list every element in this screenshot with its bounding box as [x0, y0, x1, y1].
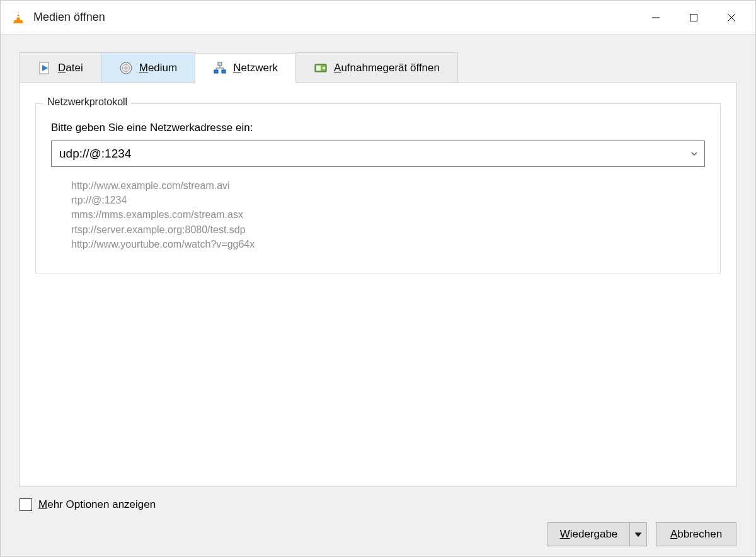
url-examples: http://www.example.com/stream.avi rtp://… [71, 178, 705, 251]
network-url-combobox[interactable] [51, 141, 705, 167]
tab-capture[interactable]: Aufnahmegerät öffnen [295, 52, 458, 83]
svg-rect-3 [690, 14, 697, 21]
group-legend: Netzwerkprotokoll [43, 96, 131, 108]
svg-point-16 [323, 66, 326, 69]
more-options-checkbox[interactable]: Mehr Optionen anzeigen [20, 498, 736, 511]
cancel-button-label: Abbrechen [670, 528, 722, 541]
dialog-button-bar: Wiedergabe Abbrechen [20, 511, 736, 546]
network-icon [213, 61, 227, 75]
titlebar: Medien öffnen [1, 1, 755, 35]
url-prompt-label: Bitte geben Sie eine Netzwerkadresse ein… [51, 122, 705, 134]
play-button-label: Wiedergabe [560, 528, 618, 541]
svg-rect-13 [222, 70, 226, 73]
svg-rect-0 [17, 13, 20, 14]
tab-capture-label: Aufnahmegerät öffnen [334, 62, 440, 74]
svg-rect-11 [218, 62, 222, 66]
tab-network-label: Netzwerk [233, 62, 278, 74]
url-example: rtsp://server.example.org:8080/test.sdp [71, 222, 705, 237]
vlc-cone-icon [11, 10, 26, 25]
svg-rect-1 [16, 16, 20, 17]
play-button-dropdown[interactable] [629, 522, 647, 546]
network-protocol-group: Netzwerkprotokoll Bitte geben Sie eine N… [35, 103, 721, 273]
play-split-button: Wiedergabe [547, 522, 647, 546]
network-url-input[interactable] [52, 141, 683, 166]
svg-rect-12 [214, 70, 218, 73]
capture-device-icon [314, 61, 328, 75]
tab-file[interactable]: Datei [20, 52, 101, 83]
svg-rect-15 [316, 66, 321, 71]
url-example: http://www.yourtube.com/watch?v=gg64x [71, 237, 705, 251]
play-button[interactable]: Wiedergabe [547, 522, 629, 546]
svg-point-10 [125, 67, 127, 69]
tab-network[interactable]: Netzwerk [195, 53, 296, 83]
network-url-dropdown-button[interactable] [683, 141, 704, 166]
url-example: rtp://@:1234 [71, 193, 705, 207]
window-title: Medien öffnen [33, 11, 105, 24]
maximize-button[interactable] [675, 3, 713, 32]
more-options-label: Mehr Optionen anzeigen [38, 498, 156, 511]
minimize-button[interactable] [637, 3, 675, 32]
network-tab-page: Netzwerkprotokoll Bitte geben Sie eine N… [20, 83, 736, 487]
tab-strip: Datei Medium Netzwerk Aufnahmegerät öffn… [20, 52, 736, 83]
cancel-button[interactable]: Abbrechen [656, 522, 736, 546]
svg-marker-17 [636, 533, 641, 536]
checkbox-box-icon [20, 498, 32, 511]
disc-icon [119, 61, 133, 75]
file-play-icon [38, 61, 52, 75]
url-example: http://www.example.com/stream.avi [71, 178, 705, 193]
url-example: mms://mms.examples.com/stream.asx [71, 207, 705, 222]
tab-disc[interactable]: Medium [101, 52, 195, 83]
close-button[interactable] [713, 3, 750, 32]
tab-file-label: Datei [58, 62, 83, 74]
tab-disc-label: Medium [139, 62, 177, 74]
